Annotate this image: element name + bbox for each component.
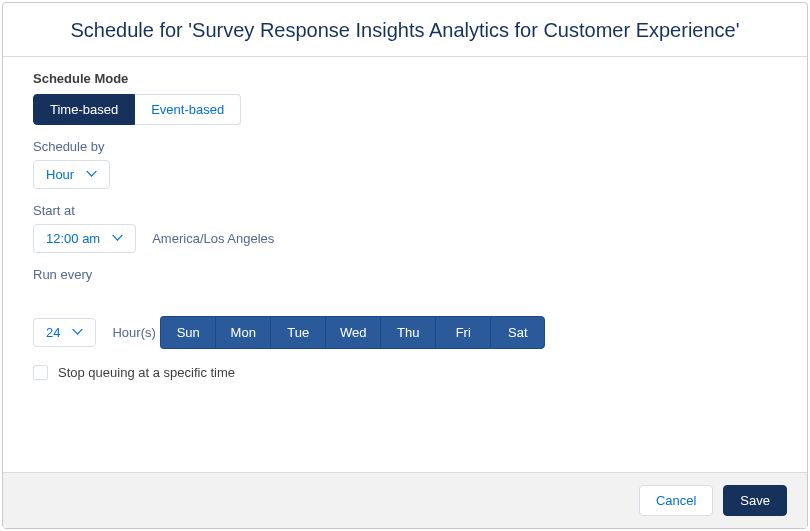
cancel-button[interactable]: Cancel	[639, 485, 713, 516]
schedule-by-value: Hour	[46, 167, 74, 182]
start-at-select[interactable]: 12:00 am	[33, 224, 136, 253]
time-based-button[interactable]: Time-based	[33, 94, 135, 125]
day-wed[interactable]: Wed	[325, 316, 380, 349]
schedule-modal: Schedule for 'Survey Response Insights A…	[2, 2, 808, 529]
run-every-value: 24	[46, 325, 60, 340]
stop-queue-label: Stop queuing at a specific time	[58, 365, 235, 380]
start-at-label: Start at	[33, 203, 777, 218]
days-group: Sun Mon Tue Wed Thu Fri Sat	[160, 316, 545, 349]
timezone-text: America/Los Angeles	[152, 231, 274, 246]
event-based-button[interactable]: Event-based	[135, 94, 241, 125]
stop-queue-checkbox[interactable]	[33, 365, 48, 380]
chevron-down-icon	[86, 171, 97, 178]
chevron-down-icon	[112, 235, 123, 242]
schedule-by-select[interactable]: Hour	[33, 160, 110, 189]
day-sun[interactable]: Sun	[160, 316, 215, 349]
stop-queue-row: Stop queuing at a specific time	[33, 365, 777, 380]
modal-footer: Cancel Save	[3, 472, 807, 528]
day-tue[interactable]: Tue	[270, 316, 325, 349]
save-button[interactable]: Save	[723, 485, 787, 516]
modal-body: Schedule Mode Time-based Event-based Sch…	[3, 57, 807, 472]
run-every-unit: Hour(s)	[112, 325, 155, 340]
day-mon[interactable]: Mon	[215, 316, 270, 349]
schedule-mode-group: Time-based Event-based	[33, 94, 241, 125]
schedule-mode-label: Schedule Mode	[33, 71, 777, 86]
day-sat[interactable]: Sat	[490, 316, 545, 349]
day-thu[interactable]: Thu	[380, 316, 435, 349]
run-every-label: Run every	[33, 267, 777, 282]
day-fri[interactable]: Fri	[435, 316, 490, 349]
chevron-down-icon	[72, 329, 83, 336]
modal-title: Schedule for 'Survey Response Insights A…	[27, 19, 783, 42]
schedule-by-label: Schedule by	[33, 139, 777, 154]
run-every-select[interactable]: 24	[33, 318, 96, 347]
start-at-value: 12:00 am	[46, 231, 100, 246]
modal-header: Schedule for 'Survey Response Insights A…	[3, 3, 807, 57]
